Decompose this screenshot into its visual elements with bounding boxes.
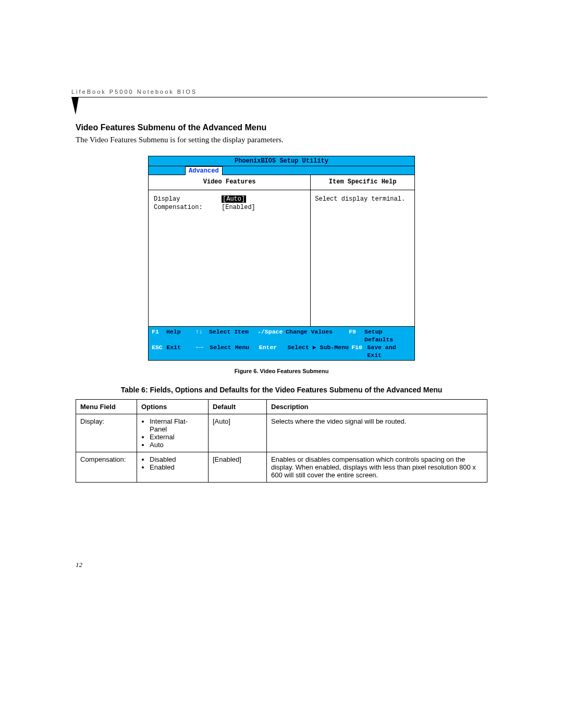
list-item: External [150,433,204,441]
bios-row-compensation: Compensation: [Enabled] [154,204,306,211]
bios-action: Save and Exit [367,343,411,359]
cell-field: Compensation: [76,452,137,483]
th-options: Options [137,400,209,414]
bios-key-esc: ESC [152,343,166,359]
bios-key-enter: Enter [259,343,288,359]
bios-action: Select ▶ Sub-Menu [287,343,351,359]
bios-key-arrows: ←→ [196,343,210,359]
th-description: Description [267,400,487,414]
header-accent [76,97,487,118]
spec-table: Menu Field Options Default Description D… [76,399,487,483]
bios-left-heading: Video Features [149,175,310,190]
bios-action: Help [166,328,195,343]
bios-value: [Enabled] [222,204,255,211]
bios-action: Setup Defaults [364,328,411,343]
bios-key-f1: F1 [152,328,166,343]
bios-help-text: Select display terminal. [315,195,410,203]
cell-options: Internal Flat-Panel External Auto [137,414,209,452]
bios-key-f9: F9 [349,328,364,343]
running-header: LifeBook P5000 Notebook BIOS [71,89,487,97]
cell-options: Disabled Enabled [137,452,209,483]
bios-right-heading: Item Specific Help [311,175,414,190]
bios-value: [Auto] [222,195,261,203]
bios-tab-row: Advanced [149,166,414,175]
bios-key-arrows: ↑↓ [195,328,209,343]
bios-key-space: -/Space [258,328,286,343]
list-item: Disabled [150,455,204,463]
cell-field: Display: [76,414,137,452]
table-caption: Table 6: Fields, Options and Defaults fo… [76,386,487,394]
bios-right-pane: Item Specific Help Select display termin… [311,175,414,326]
bios-title: PhoenixBIOS Setup Utility [149,156,414,166]
list-item: Internal Flat-Panel [150,417,204,433]
cell-description: Enables or disables compensation which c… [267,452,487,483]
list-item: Enabled [150,463,204,471]
section-intro: The Video Features Submenu is for settin… [76,135,487,144]
bios-action: Select Menu [210,343,259,359]
list-item: Auto [150,441,204,449]
bios-left-pane: Video Features Display [Auto] Compensati… [149,175,311,326]
bios-tab-advanced: Advanced [185,166,223,175]
section-heading: Video Features Submenu of the Advanced M… [76,123,487,132]
bios-action: Select Item [209,328,258,343]
bios-footer: F1 Help ↑↓ Select Item -/Space Change Va… [149,326,414,360]
th-menu-field: Menu Field [76,400,137,414]
cell-description: Selects where the video signal will be r… [267,414,487,452]
th-default: Default [209,400,267,414]
cell-default: [Enabled] [209,452,267,483]
page-number: 12 [76,561,487,569]
bios-screenshot: PhoenixBIOS Setup Utility Advanced Video… [148,156,415,361]
figure-caption: Figure 6. Video Features Submenu [76,368,487,374]
bios-label: Compensation: [154,204,222,211]
bios-action: Exit [166,343,196,359]
cell-default: [Auto] [209,414,267,452]
table-row: Display: Internal Flat-Panel External Au… [76,414,487,452]
table-row: Compensation: Disabled Enabled [Enabled]… [76,452,487,483]
bios-label: Display [154,195,222,203]
bios-action: Change Values [286,328,349,343]
svg-marker-0 [71,97,79,115]
bios-key-f10: F10 [351,343,367,359]
bios-row-display: Display [Auto] [154,195,306,203]
accent-triangle-icon [68,97,83,118]
